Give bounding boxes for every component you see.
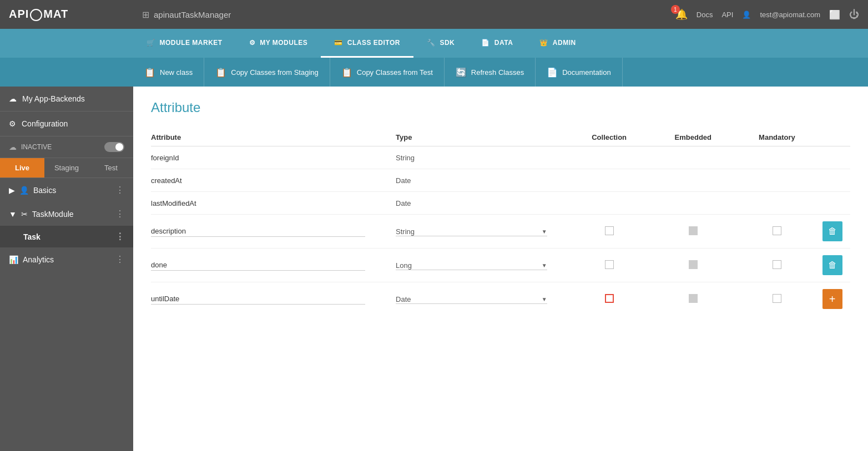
- gear-icon: ⚙: [9, 119, 16, 128]
- notification-badge[interactable]: 1 🔔: [675, 8, 688, 21]
- collection-cell: [571, 169, 654, 192]
- nav-data[interactable]: 📄 DATA: [468, 29, 526, 58]
- sidebar-item-analytics[interactable]: 📊 Analytics ⋮: [0, 247, 133, 271]
- logo-circle: [30, 9, 42, 21]
- mandatory-checkbox[interactable]: [773, 226, 781, 235]
- mandatory-checkbox[interactable]: [773, 260, 781, 269]
- inactive-toggle[interactable]: [104, 142, 124, 152]
- nav-class-editor[interactable]: 💳 CLASS EDITOR: [321, 29, 413, 58]
- attr-name: createdAt: [151, 176, 182, 185]
- table-row: lastModifiedAt Date: [151, 192, 850, 215]
- collection-checkbox[interactable]: [605, 226, 614, 235]
- nav-module-market[interactable]: 🛒 MODULE MARKET: [133, 29, 236, 58]
- window-icon: ⬜: [829, 9, 840, 20]
- app-name-label: apinautTaskManager: [154, 10, 231, 19]
- embedded-cell: [654, 282, 738, 316]
- collection-cell: [571, 282, 654, 316]
- embedded-cell: [654, 169, 738, 192]
- attr-name-input[interactable]: [151, 293, 365, 305]
- mandatory-cell: [738, 249, 822, 282]
- env-tab-live[interactable]: Live: [0, 158, 44, 178]
- documentation-button[interactable]: 📄 Documentation: [536, 58, 622, 87]
- header-app-name: ⊞ apinautTaskManager: [142, 9, 675, 20]
- attr-name-input[interactable]: [151, 260, 365, 271]
- taskmodule-more-icon[interactable]: ⋮: [115, 209, 124, 219]
- analytics-more-icon[interactable]: ⋮: [115, 254, 124, 265]
- env-tab-staging[interactable]: Staging: [44, 158, 89, 178]
- copy-staging-label: Copy Classes from Staging: [231, 68, 319, 77]
- sidebar-group-basics[interactable]: ▶ 👤 Basics ⋮: [0, 178, 133, 202]
- action-cell: 🗑: [822, 215, 850, 249]
- sidebar-item-configuration[interactable]: ⚙ Configuration: [0, 112, 133, 136]
- copy-test-label: Copy Classes from Test: [357, 68, 433, 77]
- api-link[interactable]: API: [721, 11, 733, 19]
- taskmodule-scissors-icon: ✂: [21, 210, 28, 219]
- admin-icon: 👑: [539, 39, 548, 47]
- mandatory-cell: [738, 215, 822, 249]
- attr-name: foreignId: [151, 154, 179, 162]
- power-icon[interactable]: ⏻: [849, 9, 859, 21]
- refresh-classes-button[interactable]: 🔄 Refresh Classes: [445, 58, 536, 87]
- mandatory-checkbox[interactable]: [773, 294, 781, 303]
- action-cell: [822, 146, 850, 169]
- delete-button[interactable]: 🗑: [822, 221, 842, 241]
- action-cell: 🗑: [822, 249, 850, 282]
- top-header: APIMAT ⊞ apinautTaskManager 1 🔔 Docs API…: [0, 0, 868, 29]
- chevron-right-icon: ▶: [9, 186, 15, 195]
- col-header-attribute: Attribute: [151, 129, 396, 146]
- col-header-embedded: Embedded: [654, 129, 738, 146]
- collection-cell: [571, 192, 654, 215]
- embedded-checkbox: [689, 226, 698, 235]
- type-select[interactable]: String Date Long Integer Double Boolean: [396, 227, 547, 236]
- main-layout: ☁ My App-Backends ⚙ Configuration ☁ INAC…: [0, 87, 868, 451]
- embedded-checkbox: [689, 294, 698, 303]
- data-label: DATA: [494, 39, 513, 47]
- nav-admin[interactable]: 👑 ADMIN: [526, 29, 589, 58]
- analytics-icon: 📊: [9, 255, 18, 264]
- sidebar-section-taskmodule: ▼ ✂ TaskModule ⋮ Task ⋮: [0, 202, 133, 247]
- sidebar-group-taskmodule[interactable]: ▼ ✂ TaskModule ⋮: [0, 202, 133, 226]
- sidebar-item-my-app-backends[interactable]: ☁ My App-Backends: [0, 87, 133, 112]
- col-header-actions: [822, 129, 850, 146]
- new-class-button[interactable]: 📋 New class: [133, 58, 204, 87]
- delete-button[interactable]: 🗑: [822, 255, 842, 275]
- cloud-small-icon: ☁: [9, 143, 17, 151]
- user-email[interactable]: test@apiomat.com: [760, 11, 820, 19]
- nav-sdk[interactable]: 🔧 SDK: [413, 29, 468, 58]
- admin-label: ADMIN: [553, 39, 576, 47]
- attr-name-input[interactable]: [151, 226, 365, 237]
- env-tab-test[interactable]: Test: [89, 158, 133, 178]
- col-header-type: Type: [396, 129, 571, 146]
- my-modules-label: MY MODULES: [260, 39, 307, 47]
- toolbar: 📋 New class 📋 Copy Classes from Staging …: [0, 58, 868, 87]
- task-label: Task: [23, 232, 41, 241]
- copy-from-test-button[interactable]: 📋 Copy Classes from Test: [330, 58, 445, 87]
- my-app-backends-label: My App-Backends: [22, 94, 85, 103]
- copy-from-staging-button[interactable]: 📋 Copy Classes from Staging: [204, 58, 330, 87]
- attr-type: Date: [396, 176, 411, 185]
- user-icon: 👤: [742, 11, 751, 19]
- embedded-checkbox: [689, 260, 698, 269]
- add-button[interactable]: +: [822, 289, 842, 309]
- basics-more-icon[interactable]: ⋮: [115, 185, 124, 195]
- collection-checkbox[interactable]: [605, 294, 614, 303]
- type-select[interactable]: Date String Long Integer Double Boolean: [396, 295, 547, 304]
- type-select-wrapper: String Date Long Integer Double Boolean: [396, 227, 547, 236]
- embedded-cell: [654, 215, 738, 249]
- refresh-label: Refresh Classes: [471, 68, 524, 77]
- cloud-icon: ☁: [9, 94, 17, 103]
- chevron-down-icon: ▼: [9, 210, 17, 219]
- attr-type: Date: [396, 199, 411, 207]
- type-select[interactable]: Long String Date Integer Double Boolean: [396, 261, 547, 270]
- taskmodule-label: TaskModule: [32, 210, 74, 219]
- copy-staging-icon: 📋: [215, 67, 226, 78]
- attr-type: String: [396, 154, 415, 162]
- nav-my-modules[interactable]: ⚙ MY MODULES: [236, 29, 321, 58]
- collection-checkbox[interactable]: [605, 260, 614, 269]
- sidebar-item-task[interactable]: Task ⋮: [0, 226, 133, 247]
- task-more-icon[interactable]: ⋮: [115, 231, 124, 242]
- mandatory-cell: [738, 282, 822, 316]
- docs-link[interactable]: Docs: [697, 11, 713, 19]
- sdk-icon: 🔧: [427, 39, 436, 47]
- attribute-table: Attribute Type Collection Embedded Manda…: [151, 129, 850, 316]
